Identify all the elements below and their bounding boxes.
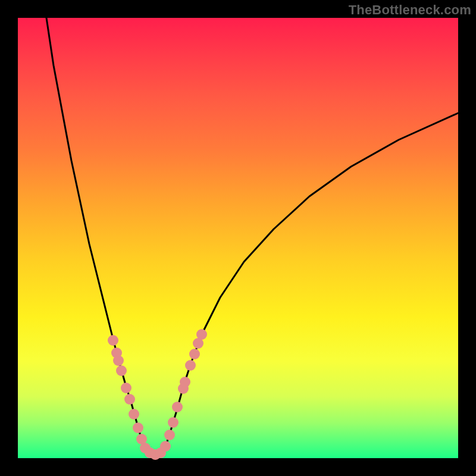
marker-dot bbox=[116, 365, 127, 376]
marker-dot bbox=[113, 355, 124, 366]
bottleneck-curve bbox=[46, 18, 458, 454]
marker-dot bbox=[133, 422, 143, 433]
marker-dot bbox=[108, 335, 118, 346]
marker-dots bbox=[108, 329, 207, 460]
series-left-branch bbox=[46, 18, 143, 443]
marker-dot bbox=[185, 360, 196, 371]
marker-dot bbox=[160, 441, 171, 452]
marker-dot bbox=[121, 383, 131, 393]
marker-dot bbox=[129, 409, 139, 419]
watermark-text: TheBottleneck.com bbox=[349, 2, 471, 18]
curve-svg bbox=[18, 18, 458, 458]
plot-area bbox=[18, 18, 458, 458]
marker-dot bbox=[180, 377, 190, 387]
marker-dot bbox=[172, 402, 183, 412]
marker-dot bbox=[189, 349, 200, 359]
chart-stage: TheBottleneck.com bbox=[0, 0, 476, 476]
marker-dot bbox=[168, 417, 178, 428]
marker-dot bbox=[124, 394, 135, 405]
series-right-branch bbox=[167, 113, 458, 443]
marker-dot bbox=[164, 430, 175, 440]
marker-dot bbox=[196, 329, 207, 340]
